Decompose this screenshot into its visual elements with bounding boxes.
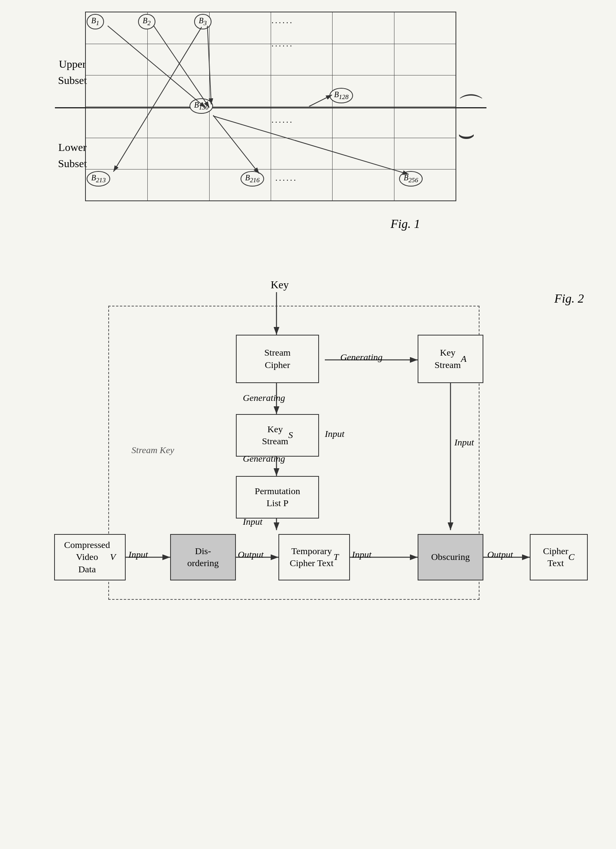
input-label-temp: Input [352,549,372,560]
svg-line-2 [154,26,209,108]
generating-label-2: Generating [243,393,285,403]
stream-key-label: Stream Key [131,445,174,455]
figure-1: UpperSubset LowerSubset B1 B2 B3 B128 B1… [62,12,487,201]
b216-label: B216 [241,171,264,187]
generating-label-1: Generating [340,352,382,363]
svg-line-1 [108,26,205,108]
input-label-ksa: Input [454,437,474,448]
b2-label: B2 [138,14,155,29]
compressed-video-box: CompressedVideoData V [54,534,126,580]
disordering-box: Dis-ordering [170,534,236,580]
key-stream-s-box: KeyStream S [236,414,319,457]
input-label-video: Input [128,549,148,560]
b1-label: B1 [87,14,104,29]
b256-label: B256 [399,171,423,187]
generating-label-3: Generating [243,454,285,464]
svg-line-4 [309,95,332,106]
upper-subset-label: UpperSubset [58,56,87,89]
permutation-list-box: PermutationList P [236,476,319,519]
right-bracket: ⌒⌣ [457,94,485,148]
b3-label: B3 [194,14,212,29]
stream-cipher-box: StreamCipher [236,335,319,383]
fig1-grid: B1 B2 B3 B128 B130 B213 B216 B256 ......… [85,12,456,201]
b130-label: B130 [189,98,213,114]
fig1-caption: Fig. 1 [391,217,420,231]
temp-cipher-box: TemporaryCipher TextT [278,534,350,580]
input-label-perm: Input [243,517,263,527]
key-label: Key [271,279,289,291]
key-stream-a-box: KeyStream A [418,335,483,383]
dots-mid: ...... [271,115,297,125]
lower-subset-label: LowerSubset [58,139,87,172]
obscuring-box: Obscuring [418,534,483,580]
svg-line-7 [113,27,201,172]
b213-label: B213 [87,171,110,187]
dots-top-right: ...... [271,15,297,26]
b128-label: B128 [329,88,353,103]
svg-line-6 [213,116,409,175]
dots-bottom: ...... [275,173,301,183]
dots-row2: ...... [271,39,297,49]
output-label-obs: Output [487,549,513,560]
input-label-ks: Input [325,429,345,439]
output-label-dis: Output [238,549,264,560]
cipher-text-c-box: CipherText C [530,534,588,580]
fig2-caption: Fig. 2 [555,291,584,306]
svg-line-5 [213,115,259,174]
